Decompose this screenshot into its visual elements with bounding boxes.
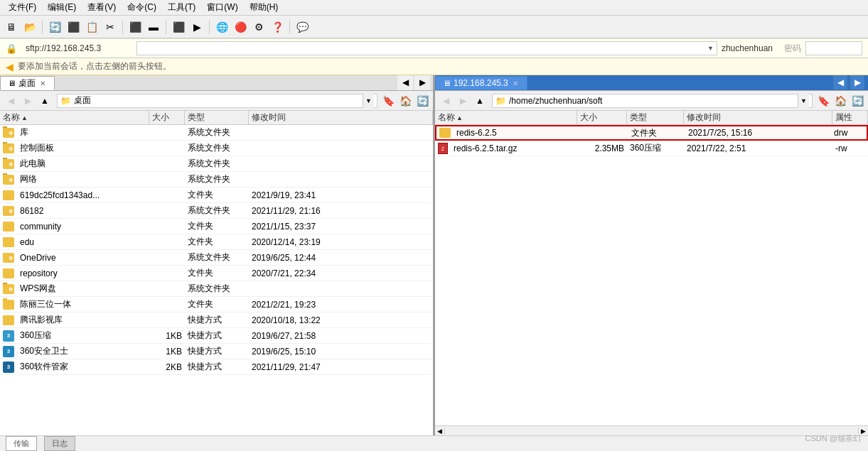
left-col-name[interactable]: 名称 ▲ bbox=[0, 111, 149, 124]
right-tab-nav-left[interactable]: ◀ bbox=[832, 75, 848, 90]
file-type: 系统文件夹 bbox=[185, 251, 249, 263]
lock-icon: 🔒 bbox=[6, 43, 17, 54]
toolbar-button-5[interactable]: ▬ bbox=[145, 18, 162, 36]
file-type: 文件夹 bbox=[185, 298, 249, 310]
toolbar-button-6[interactable]: ⬛ bbox=[170, 18, 187, 36]
table-row[interactable]: ⚙ OneDrive 系统文件夹 2019/6/25, 12:44 bbox=[0, 250, 433, 266]
table-row[interactable]: ⚙ 86182 系统文件夹 2021/11/29, 21:16 bbox=[0, 203, 433, 219]
menu-window[interactable]: 窗口(W) bbox=[201, 0, 243, 15]
file-type: 快捷方式 bbox=[185, 345, 249, 357]
file-name: 库 bbox=[20, 126, 28, 138]
file-name: 360压缩 bbox=[20, 330, 51, 342]
right-col-type[interactable]: 类型 bbox=[627, 111, 684, 124]
left-file-list[interactable]: ⚙ 库 系统文件夹 ⚙ 控制面板 系统文件夹 ⚙ 此电脑 系统文件夹 ⚙ 网络 … bbox=[0, 125, 433, 435]
toolbar-button-8[interactable]: 🔴 bbox=[232, 18, 249, 36]
table-row[interactable]: 619dc25fcd1343ad... 文件夹 2021/9/19, 23:41 bbox=[0, 188, 433, 203]
toolbar-open[interactable]: 📂 bbox=[21, 18, 38, 36]
table-row[interactable]: community 文件夹 2021/1/15, 23:37 bbox=[0, 219, 433, 234]
password-input[interactable] bbox=[805, 41, 862, 55]
right-path-text[interactable]: /home/zhuchenhuan/soft bbox=[509, 96, 798, 106]
left-path-icon: 📁 bbox=[60, 96, 71, 106]
left-tab-nav-right[interactable]: ▶ bbox=[414, 75, 430, 90]
table-row[interactable]: 3 360安全卫士 1KB 快捷方式 2019/6/25, 15:10 bbox=[0, 344, 433, 359]
toolbar-button-10[interactable]: 💬 bbox=[294, 18, 311, 36]
folder-icon bbox=[3, 300, 14, 310]
table-row[interactable]: ⚙ 网络 系统文件夹 bbox=[0, 172, 433, 188]
menu-view[interactable]: 查看(V) bbox=[82, 0, 122, 15]
table-row[interactable]: 3 360压缩 1KB 快捷方式 2019/6/27, 21:58 bbox=[0, 328, 433, 344]
shortcut-360mgr-icon: 3 bbox=[3, 362, 14, 373]
right-col-name[interactable]: 名称 ▲ bbox=[435, 111, 577, 124]
toolbar-button-7[interactable]: ▶ bbox=[188, 18, 205, 36]
right-tab-close[interactable]: ✕ bbox=[511, 80, 520, 87]
right-scroll-left[interactable]: ◀ bbox=[435, 428, 445, 435]
file-modified: 2021/7/25, 15:16 bbox=[685, 128, 831, 138]
bottom-tab-transfer[interactable]: 传输 bbox=[6, 436, 37, 451]
table-row[interactable]: ⚙ 此电脑 系统文件夹 bbox=[0, 156, 433, 172]
menu-edit[interactable]: 编辑(E) bbox=[42, 0, 82, 15]
right-up-btn[interactable]: ▲ bbox=[472, 93, 488, 109]
right-home-btn[interactable]: 🏠 bbox=[832, 93, 848, 109]
left-tab-nav-left[interactable]: ◀ bbox=[397, 75, 413, 90]
toolbar-refresh[interactable]: 🔄 bbox=[46, 18, 63, 36]
left-col-modified[interactable]: 修改时间 bbox=[249, 111, 433, 124]
left-nav-bar: ◀ ▶ ▲ 📁 桌面 ▼ 🔖 🏠 🔄 bbox=[0, 91, 433, 111]
sftp-url[interactable]: sftp://192.168.245.3 bbox=[26, 43, 132, 53]
table-row[interactable]: redis-6.2.5 文件夹 2021/7/25, 15:16 drw bbox=[435, 125, 868, 141]
table-row[interactable]: ⚙ 控制面板 系统文件夹 bbox=[0, 141, 433, 156]
table-row[interactable]: Z redis-6.2.5.tar.gz 2.35MB 360压缩 2021/7… bbox=[435, 141, 868, 156]
table-row[interactable]: 腾讯影视库 快捷方式 2020/10/18, 13:22 bbox=[0, 313, 433, 328]
right-scroll-right[interactable]: ▶ bbox=[858, 428, 868, 435]
menu-file[interactable]: 文件(F) bbox=[3, 0, 42, 15]
left-path-text[interactable]: 桌面 bbox=[74, 94, 363, 107]
toolbar-button-4[interactable]: ✂ bbox=[102, 18, 119, 36]
left-forward-btn[interactable]: ▶ bbox=[20, 93, 36, 109]
right-back-btn[interactable]: ◀ bbox=[438, 93, 454, 109]
folder-icon bbox=[3, 222, 14, 232]
right-col-size[interactable]: 大小 bbox=[577, 111, 627, 124]
left-tab-bar: 🖥 桌面 ✕ ◀ ▶ bbox=[0, 75, 433, 91]
left-tab-close[interactable]: ✕ bbox=[38, 80, 47, 87]
table-row[interactable]: 3 360软件管家 2KB 快捷方式 2021/11/29, 21:47 bbox=[0, 359, 433, 375]
path-dropdown-icon[interactable]: ▼ bbox=[707, 45, 714, 52]
file-name: WPS网盘 bbox=[20, 283, 56, 295]
file-type: 快捷方式 bbox=[185, 361, 249, 373]
table-row[interactable]: repository 文件夹 2020/7/21, 22:34 bbox=[0, 266, 433, 281]
toolbar-help[interactable]: ❓ bbox=[269, 18, 286, 36]
left-back-btn[interactable]: ◀ bbox=[3, 93, 18, 109]
toolbar-button-2[interactable]: ⬛ bbox=[65, 18, 82, 36]
right-tab-server[interactable]: 🖥 192.168.245.3 ✕ bbox=[435, 76, 527, 90]
right-col-attr[interactable]: 属性 bbox=[832, 111, 868, 124]
left-home-btn[interactable]: 🏠 bbox=[397, 93, 413, 109]
left-up-btn[interactable]: ▲ bbox=[37, 93, 53, 109]
left-col-size[interactable]: 大小 bbox=[149, 111, 185, 124]
right-tab-nav-right[interactable]: ▶ bbox=[850, 75, 865, 90]
left-col-type[interactable]: 类型 bbox=[185, 111, 249, 124]
toolbar-transfer[interactable]: ⬛ bbox=[127, 18, 144, 36]
left-path-dropdown[interactable]: ▼ bbox=[363, 94, 374, 108]
menu-tools[interactable]: 工具(T) bbox=[162, 0, 201, 15]
menu-help[interactable]: 帮助(H) bbox=[244, 0, 284, 15]
toolbar-globe[interactable]: 🌐 bbox=[213, 18, 230, 36]
menu-command[interactable]: 命令(C) bbox=[122, 0, 162, 15]
table-row[interactable]: 陈丽三位一体 文件夹 2021/2/21, 19:23 bbox=[0, 297, 433, 313]
table-row[interactable]: ⚙ 库 系统文件夹 bbox=[0, 125, 433, 141]
right-tab-icon: 🖥 bbox=[443, 79, 451, 87]
right-col-modified[interactable]: 修改时间 bbox=[684, 111, 832, 124]
toolbar-new-connection[interactable]: 🖥 bbox=[3, 18, 20, 36]
table-row[interactable]: ⚙ WPS网盘 系统文件夹 bbox=[0, 281, 433, 297]
toolbar: 🖥 📂 🔄 ⬛ 📋 ✂ ⬛ ▬ ⬛ ▶ 🌐 🔴 ⚙ ❓ 💬 bbox=[0, 16, 868, 38]
left-refresh-btn[interactable]: 🔄 bbox=[414, 93, 430, 109]
toolbar-button-3[interactable]: 📋 bbox=[83, 18, 100, 36]
table-row[interactable]: edu 文件夹 2020/12/14, 23:19 bbox=[0, 234, 433, 250]
right-file-list[interactable]: redis-6.2.5 文件夹 2021/7/25, 15:16 drw Z r… bbox=[435, 125, 868, 425]
toolbar-button-9[interactable]: ⚙ bbox=[250, 18, 267, 36]
right-refresh-btn[interactable]: 🔄 bbox=[850, 93, 865, 109]
right-path-dropdown[interactable]: ▼ bbox=[798, 94, 809, 108]
left-bookmark-btn[interactable]: 🔖 bbox=[380, 93, 396, 109]
left-tab-desktop[interactable]: 🖥 桌面 ✕ bbox=[0, 76, 55, 90]
right-forward-btn[interactable]: ▶ bbox=[455, 93, 471, 109]
file-modified: 2021/11/29, 21:47 bbox=[249, 362, 433, 372]
right-bookmark-btn[interactable]: 🔖 bbox=[815, 93, 831, 109]
bottom-tab-log[interactable]: 日志 bbox=[44, 436, 75, 451]
